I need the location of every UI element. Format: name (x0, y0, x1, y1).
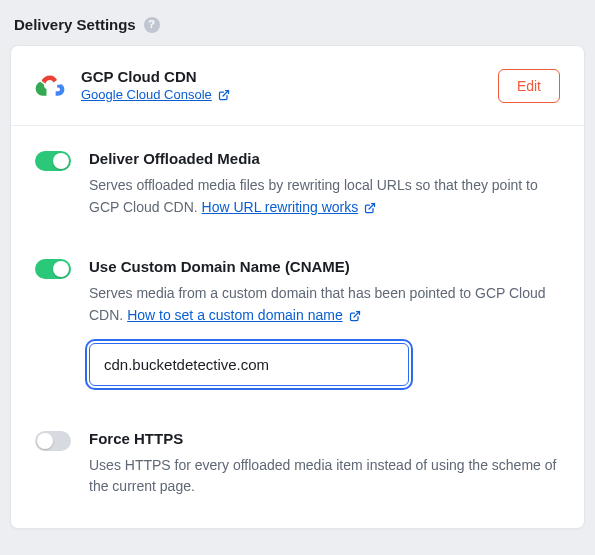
setting-title: Force HTTPS (89, 430, 560, 447)
link-label: How URL rewriting works (202, 197, 359, 219)
link-label: How to set a custom domain name (127, 305, 343, 327)
edit-provider-button[interactable]: Edit (498, 69, 560, 103)
provider-row: GCP Cloud CDN Google Cloud Console Edit (11, 46, 584, 126)
svg-line-1 (223, 90, 229, 96)
setting-title: Use Custom Domain Name (CNAME) (89, 258, 560, 275)
setting-title: Deliver Offloaded Media (89, 150, 560, 167)
setting-description: Uses HTTPS for every offloaded media ite… (89, 455, 560, 498)
svg-line-3 (354, 311, 360, 317)
section-title: Delivery Settings (14, 16, 136, 33)
external-link-icon (364, 202, 376, 214)
external-link-icon (218, 89, 230, 101)
setting-custom-domain: Use Custom Domain Name (CNAME) Serves me… (11, 228, 584, 395)
svg-line-2 (369, 203, 375, 209)
external-link-icon (349, 310, 361, 322)
provider-console-link[interactable]: Google Cloud Console (81, 87, 230, 102)
delivery-panel: GCP Cloud CDN Google Cloud Console Edit … (10, 45, 585, 529)
setting-deliver-media: Deliver Offloaded Media Serves offloaded… (11, 126, 584, 228)
url-rewriting-help-link[interactable]: How URL rewriting works (202, 197, 377, 219)
section-header: Delivery Settings ? (10, 12, 585, 45)
provider-name: GCP Cloud CDN (81, 68, 482, 85)
toggle-force-https[interactable] (35, 431, 71, 451)
gcp-logo-icon (35, 71, 65, 101)
toggle-custom-domain[interactable] (35, 259, 71, 279)
provider-console-link-label: Google Cloud Console (81, 87, 212, 102)
setting-description: Serves media from a custom domain that h… (89, 283, 560, 326)
custom-domain-input[interactable] (89, 343, 409, 386)
toggle-deliver-media[interactable] (35, 151, 71, 171)
help-icon[interactable]: ? (144, 17, 160, 33)
custom-domain-help-link[interactable]: How to set a custom domain name (127, 305, 361, 327)
setting-force-https: Force HTTPS Uses HTTPS for every offload… (11, 396, 584, 508)
setting-description: Serves offloaded media files by rewritin… (89, 175, 560, 218)
